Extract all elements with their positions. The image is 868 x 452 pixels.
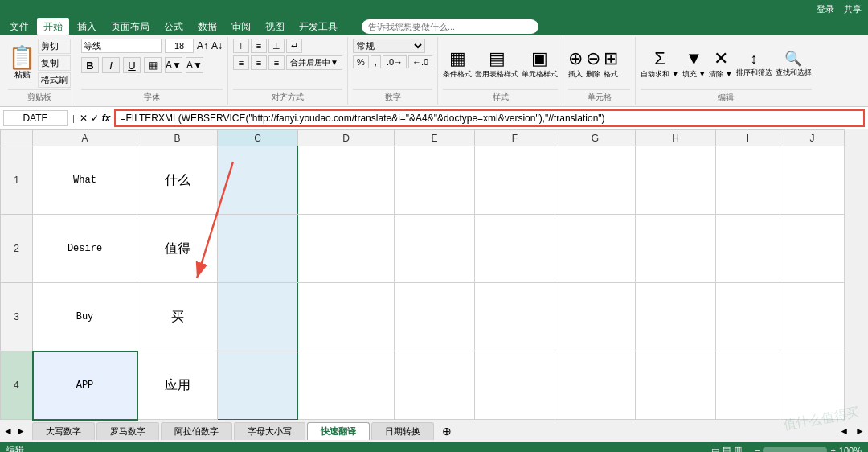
underline-button[interactable]: U <box>123 57 141 73</box>
cell-reference-box[interactable] <box>3 110 68 126</box>
page-break-button[interactable]: ▥ <box>734 445 742 452</box>
cell-d3[interactable] <box>298 283 395 351</box>
sort-filter-button[interactable]: ↕ 排序和筛选 <box>736 51 772 78</box>
comma-button[interactable]: , <box>371 55 381 68</box>
cell-j4[interactable] <box>780 351 845 420</box>
col-header-i[interactable]: I <box>716 130 780 146</box>
sheet-nav-left[interactable]: ◄ <box>3 425 13 437</box>
page-layout-button[interactable]: ▤ <box>723 445 731 452</box>
confirm-icon[interactable]: ✓ <box>91 113 99 124</box>
col-header-b[interactable]: B <box>137 130 218 146</box>
sheet-scroll-area[interactable]: A B C D E F G H I J 1 What 什么 <box>0 129 868 421</box>
cell-a2[interactable]: Desire <box>33 215 137 283</box>
col-header-e[interactable]: E <box>395 130 475 146</box>
format-button[interactable]: ⊞ 格式 <box>604 48 618 80</box>
format-painter-button[interactable]: 格式刷 <box>38 72 71 88</box>
clear-button[interactable]: ✕ 清除 ▼ <box>709 48 732 80</box>
cell-c4[interactable] <box>218 351 298 420</box>
zoom-slider[interactable] <box>763 447 827 453</box>
cell-h3[interactable] <box>636 283 716 351</box>
font-name-input[interactable] <box>81 39 162 53</box>
menu-view[interactable]: 视图 <box>259 18 291 35</box>
menu-developer[interactable]: 开发工具 <box>293 18 344 35</box>
sheet-tab-date[interactable]: 日期转换 <box>371 422 434 440</box>
cell-styles-button[interactable]: ▣ 单元格样式 <box>522 48 558 80</box>
cell-i2[interactable] <box>716 215 780 283</box>
menu-page-layout[interactable]: 页面布局 <box>104 18 156 35</box>
menu-formula[interactable]: 公式 <box>158 18 190 35</box>
sheet-tab-large-numbers[interactable]: 大写数字 <box>32 422 95 440</box>
formula-input[interactable] <box>114 109 865 127</box>
fx-icon[interactable]: fx <box>102 113 111 124</box>
share-button[interactable]: 共享 <box>844 3 862 15</box>
cell-d4[interactable] <box>298 351 395 420</box>
align-middle-button[interactable]: ≡ <box>251 39 267 53</box>
decrease-font-button[interactable]: A↓ <box>211 40 223 51</box>
menu-insert[interactable]: 插入 <box>71 18 103 35</box>
scroll-left-icon[interactable]: ◄ <box>839 425 849 437</box>
col-header-f[interactable]: F <box>475 130 555 146</box>
cell-g4[interactable] <box>555 351 636 420</box>
cell-i1[interactable] <box>716 146 780 215</box>
sheet-tab-arabic[interactable]: 阿拉伯数字 <box>161 422 232 440</box>
cell-f2[interactable] <box>475 215 555 283</box>
align-top-button[interactable]: ⊤ <box>233 39 249 53</box>
cell-h2[interactable] <box>636 215 716 283</box>
cell-b3[interactable]: 买 <box>137 283 218 351</box>
menu-review[interactable]: 审阅 <box>225 18 257 35</box>
col-header-h[interactable]: H <box>636 130 716 146</box>
cell-f4[interactable] <box>475 351 555 420</box>
cut-button[interactable]: 剪切 <box>38 39 71 54</box>
wrap-text-button[interactable]: ↵ <box>286 39 302 53</box>
cell-a1[interactable]: What <box>33 146 137 215</box>
cell-g3[interactable] <box>555 283 636 351</box>
login-button[interactable]: 登录 <box>817 3 834 15</box>
copy-button[interactable]: 复制 <box>38 55 71 71</box>
font-color-button[interactable]: A▼ <box>186 57 203 73</box>
number-format-select[interactable]: 常规 数字 货币 日期 <box>353 39 425 53</box>
sheet-tab-case[interactable]: 字母大小写 <box>234 422 305 440</box>
find-select-button[interactable]: 🔍 查找和选择 <box>776 50 812 78</box>
font-size-input[interactable] <box>165 39 194 53</box>
col-header-d[interactable]: D <box>298 130 395 146</box>
col-header-a[interactable]: A <box>33 130 137 146</box>
cell-h1[interactable] <box>636 146 716 215</box>
cell-h4[interactable] <box>636 351 716 420</box>
cell-i4[interactable] <box>716 351 780 420</box>
cell-b1[interactable]: 什么 <box>137 146 218 215</box>
sheet-tab-translate[interactable]: 快速翻译 <box>307 422 370 440</box>
zoom-in-button[interactable]: + <box>830 446 835 453</box>
align-center-button[interactable]: ≡ <box>251 55 267 70</box>
conditional-format-button[interactable]: ▦ 条件格式 <box>443 48 472 80</box>
cell-e2[interactable] <box>395 215 475 283</box>
cancel-icon[interactable]: ✕ <box>80 113 88 124</box>
cell-c3[interactable] <box>218 283 298 351</box>
decrease-decimal-button[interactable]: ←.0 <box>408 55 432 68</box>
sheet-nav-right[interactable]: ► <box>16 425 26 437</box>
increase-font-button[interactable]: A↑ <box>197 40 208 51</box>
cell-g1[interactable] <box>555 146 636 215</box>
cell-e3[interactable] <box>395 283 475 351</box>
cell-e4[interactable] <box>395 351 475 420</box>
zoom-out-button[interactable]: − <box>755 446 760 453</box>
delete-button[interactable]: ⊖ 删除 <box>586 48 600 80</box>
italic-button[interactable]: I <box>102 57 120 73</box>
col-header-c[interactable]: C <box>218 130 298 146</box>
cell-j3[interactable] <box>780 283 845 351</box>
cell-f1[interactable] <box>475 146 555 215</box>
col-header-j[interactable]: J <box>780 130 845 146</box>
menu-start[interactable]: 开始 <box>37 18 69 35</box>
align-bottom-button[interactable]: ⊥ <box>268 39 285 53</box>
cell-e1[interactable] <box>395 146 475 215</box>
fill-color-button[interactable]: A▼ <box>165 57 182 73</box>
increase-decimal-button[interactable]: .0→ <box>383 55 407 68</box>
cell-b4[interactable]: 应用 <box>137 351 218 420</box>
bold-button[interactable]: B <box>81 57 99 73</box>
search-input[interactable] <box>362 19 538 34</box>
cell-d1[interactable] <box>298 146 395 215</box>
cell-j2[interactable] <box>780 215 845 283</box>
col-header-g[interactable]: G <box>555 130 636 146</box>
menu-data[interactable]: 数据 <box>191 18 223 35</box>
border-button[interactable]: ▦ <box>144 57 162 73</box>
cell-c1[interactable] <box>218 146 298 215</box>
